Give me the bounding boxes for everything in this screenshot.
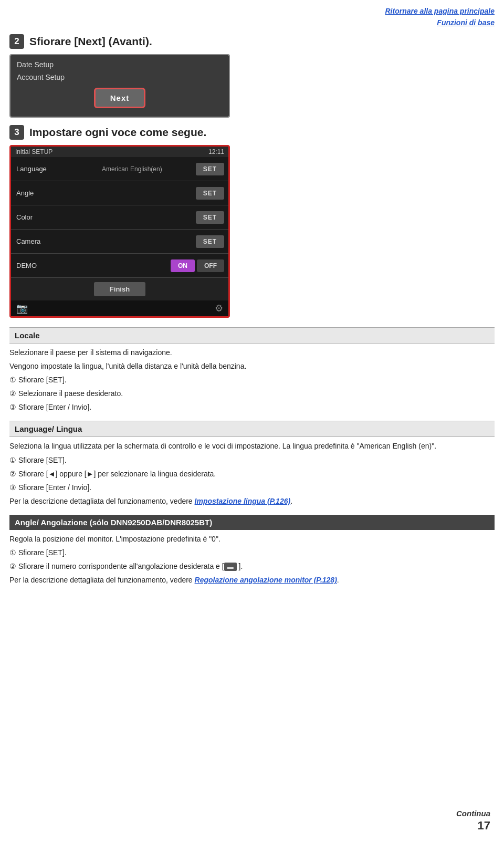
setup-screen-title: Initial SETUP — [15, 148, 52, 155]
angle-link-para: Per la descrizione dettagliata del funzi… — [9, 574, 495, 586]
continua-label: Continua — [456, 809, 490, 818]
step2-screen: Date Setup Account Setup Next — [9, 54, 230, 118]
settings-icon: ⚙ — [215, 303, 223, 314]
step3-header: 3 Impostare ogni voce come segue. — [9, 125, 495, 140]
next-button[interactable]: Next — [94, 88, 146, 108]
step3-title: Impostare ogni voce come segue. — [29, 126, 206, 139]
setup-screen: Date Setup Account Setup Next — [10, 55, 229, 117]
locale-step2: ② Selezionare il paese desiderato. — [9, 388, 495, 400]
color-set-button[interactable]: SET — [196, 211, 224, 224]
color-label: Color — [11, 210, 100, 224]
angle-text1: Regola la posizione del monitor. L'impos… — [9, 533, 495, 545]
angle-link[interactable]: Regolazione angolazione monitor (P.128) — [195, 576, 337, 584]
angle-step2: ② Sfiorare il numero corrispondente all'… — [9, 560, 495, 573]
angle-step2-after: ]. — [237, 562, 243, 570]
angle-section-content: Regola la posizione del monitor. L'impos… — [9, 533, 495, 586]
page-number: 17 — [478, 819, 490, 833]
language-value: American English(en) — [100, 165, 196, 173]
step3-number: 3 — [9, 125, 24, 140]
finish-row: Finish — [11, 278, 228, 300]
language-text1: Seleziona la lingua utilizzata per la sc… — [9, 440, 495, 452]
demo-label: DEMO — [11, 258, 171, 273]
base-functions-link[interactable]: Funzioni di base — [385, 17, 495, 28]
language-step3: ③ Sfiorare [Enter / Invio]. — [9, 482, 495, 494]
language-row: Language American English(en) SET — [11, 157, 228, 181]
locale-step3: ③ Sfiorare [Enter / Invio]. — [9, 401, 495, 413]
angle-link-text: Per la descrizione dettagliata del funzi… — [9, 576, 195, 584]
top-links: Ritornare alla pagina principale Funzion… — [385, 5, 495, 29]
angle-row: Angle SET — [11, 181, 228, 205]
language-step2: ② Sfiorare [◄] oppure [►] per selezionar… — [9, 468, 495, 480]
camera-set-button[interactable]: SET — [196, 235, 224, 248]
camera-row: Camera SET — [11, 230, 228, 254]
language-link-text: Per la descrizione dettagliata del funzi… — [9, 497, 195, 505]
color-row: Color SET — [11, 205, 228, 230]
next-btn-container: Next — [16, 88, 224, 111]
angle-step2-text: ② Sfiorare il numero corrispondente all'… — [9, 562, 224, 570]
angle-step1: ① Sfiorare [SET]. — [9, 547, 495, 559]
locale-section-title: Locale — [9, 327, 495, 344]
angle-set-button[interactable]: SET — [196, 187, 224, 200]
account-setup-row: Account Setup — [16, 71, 224, 84]
language-step1: ① Sfiorare [SET]. — [9, 454, 495, 466]
initial-setup-screen: Initial SETUP 12:11 Language American En… — [9, 145, 230, 318]
finish-button[interactable]: Finish — [94, 282, 145, 296]
language-link-after: . — [290, 497, 292, 505]
locale-step1: ① Sfiorare [SET]. — [9, 374, 495, 386]
language-link[interactable]: Impostazione lingua (P.126) — [195, 497, 291, 505]
angle-label: Angle — [11, 186, 100, 200]
step2-title: Sfiorare [Next] (Avanti). — [29, 35, 152, 48]
angle-link-after: . — [337, 576, 339, 584]
main-content: 2 Sfiorare [Next] (Avanti). Date Setup A… — [0, 0, 504, 594]
demo-off-button[interactable]: OFF — [197, 259, 224, 272]
language-section-content: Seleziona la lingua utilizzata per la sc… — [9, 440, 495, 507]
main-page-link[interactable]: Ritornare alla pagina principale — [385, 5, 495, 17]
demo-row: DEMO ON OFF — [11, 254, 228, 278]
camera-icon: 📷 — [16, 303, 28, 314]
language-label: Language — [11, 162, 100, 176]
language-section-title-text: Language/ Lingua — [15, 424, 82, 433]
camera-label: Camera — [11, 234, 100, 248]
angle-step2-icon: ▬ — [224, 563, 237, 571]
language-section-title: Language/ Lingua — [9, 421, 495, 437]
locale-text2: Vengono impostate la lingua, l'unità del… — [9, 360, 495, 372]
setup-screen-time: 12:11 — [208, 148, 224, 155]
angle-section-title-text: Angle/ Angolazione (sólo DNN9250DAB/DNR8… — [15, 518, 212, 527]
step2-number: 2 — [9, 34, 24, 49]
date-setup-row: Date Setup — [16, 58, 224, 71]
step2-header: 2 Sfiorare [Next] (Avanti). — [9, 34, 495, 49]
language-set-button[interactable]: SET — [196, 163, 224, 175]
demo-on-button[interactable]: ON — [171, 259, 195, 272]
locale-text1: Selezionare il paese per il sistema di n… — [9, 347, 495, 359]
language-link-para: Per la descrizione dettagliata del funzi… — [9, 495, 495, 507]
angle-section-title: Angle/ Angolazione (sólo DNN9250DAB/DNR8… — [9, 515, 495, 530]
screen-bottom-bar: 📷 ⚙ — [11, 300, 228, 316]
locale-section-content: Selezionare il paese per il sistema di n… — [9, 347, 495, 413]
setup-topbar: Initial SETUP 12:11 — [11, 147, 228, 157]
demo-buttons: ON OFF — [171, 259, 224, 272]
